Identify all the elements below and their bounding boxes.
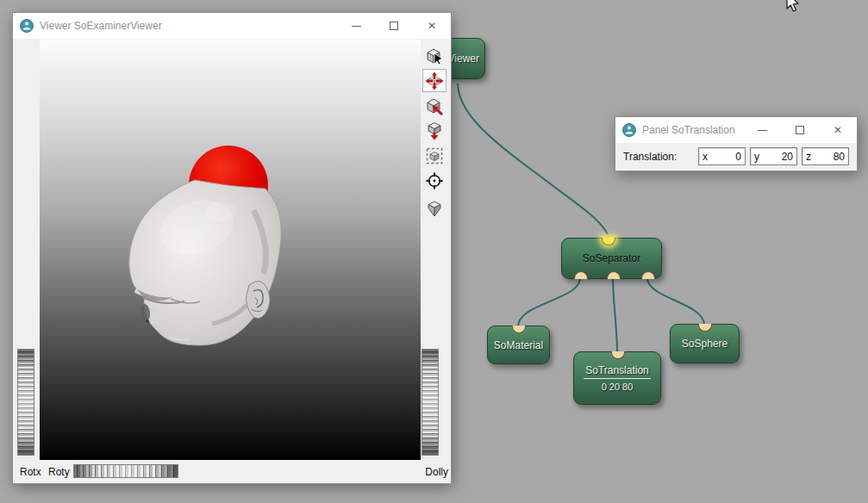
roty-thumbwheel[interactable] — [73, 464, 178, 478]
translation-panel-window: Panel SoTranslation ✕ Translation: x 0 y… — [615, 116, 858, 171]
close-button[interactable]: ✕ — [413, 13, 451, 39]
translation-label: Translation: — [623, 151, 677, 163]
maximize-button[interactable] — [375, 13, 413, 39]
mouse-cursor — [783, 0, 800, 15]
node-somaterial[interactable]: SoMaterial — [487, 326, 550, 364]
window-title: Panel SoTranslation — [642, 124, 735, 136]
3d-viewport[interactable] — [40, 40, 421, 460]
minimize-button[interactable] — [337, 13, 375, 39]
panel-titlebar[interactable]: Panel SoTranslation ✕ — [615, 117, 857, 143]
skull-scene — [40, 40, 421, 460]
connection-separator-sphere — [647, 278, 704, 325]
seek-to-object-icon[interactable] — [422, 94, 446, 117]
node-field-values: 0 20 80 — [602, 382, 634, 392]
node-sotranslation[interactable]: SoTranslation 0 20 80 — [573, 351, 661, 405]
axis-label: z — [806, 151, 811, 163]
axis-value: 20 — [782, 151, 793, 163]
viewer-content: Rotx Roty Dolly — [13, 39, 451, 483]
examine-rotate-mode-icon[interactable] — [422, 69, 446, 92]
mevislab-logo-icon — [622, 123, 636, 137]
axis-label: y — [754, 151, 759, 163]
translation-x-field[interactable]: x 0 — [698, 147, 746, 165]
axis-value: 80 — [834, 151, 845, 163]
view-all-icon[interactable] — [422, 119, 446, 142]
node-soseparator[interactable]: SoSeparator — [561, 238, 662, 279]
child-connector-3[interactable] — [641, 271, 655, 279]
child-connector-2[interactable] — [607, 271, 621, 279]
close-button[interactable]: ✕ — [819, 117, 857, 143]
dolly-label: Dolly — [425, 466, 448, 478]
node-label: SoSphere — [682, 338, 727, 350]
minimize-button[interactable] — [743, 117, 781, 143]
arrow-pick-mode-icon[interactable] — [422, 44, 446, 67]
connection-separator-translation — [613, 278, 617, 352]
rotx-thumbwheel[interactable] — [17, 349, 34, 456]
mevislab-logo-icon — [20, 19, 34, 33]
focal-point-icon[interactable] — [422, 169, 446, 192]
viewer-window: Viewer SoExaminerViewer ✕ — [12, 12, 452, 484]
input-connector[interactable] — [698, 324, 712, 332]
selection-box-icon[interactable] — [422, 144, 446, 167]
translation-z-field[interactable]: z 80 — [802, 147, 849, 165]
camera-wedge-icon[interactable] — [422, 196, 446, 220]
dolly-thumbwheel[interactable] — [422, 349, 439, 456]
rotx-label: Rotx — [20, 466, 41, 478]
panel-content: Translation: x 0 y 20 z 80 — [615, 143, 857, 171]
input-connector-active[interactable] — [602, 238, 615, 245]
roty-label: Roty — [48, 466, 70, 478]
child-connector-1[interactable] — [574, 271, 588, 279]
input-connector[interactable] — [611, 351, 625, 359]
node-label: SoMaterial — [494, 339, 543, 351]
axis-label: x — [703, 151, 708, 163]
translation-y-field[interactable]: y 20 — [750, 147, 797, 165]
node-sosphere[interactable]: SoSphere — [670, 324, 740, 363]
viewer-titlebar[interactable]: Viewer SoExaminerViewer ✕ — [13, 13, 451, 39]
connection-viewer-separator — [458, 84, 608, 234]
window-title: Viewer SoExaminerViewer — [40, 20, 162, 32]
node-label: SoTranslation — [584, 364, 651, 379]
node-label: SoSeparator — [583, 252, 640, 264]
maximize-button[interactable] — [781, 117, 819, 143]
axis-value: 0 — [735, 151, 741, 163]
connection-separator-material — [518, 278, 580, 326]
input-connector[interactable] — [512, 326, 526, 333]
